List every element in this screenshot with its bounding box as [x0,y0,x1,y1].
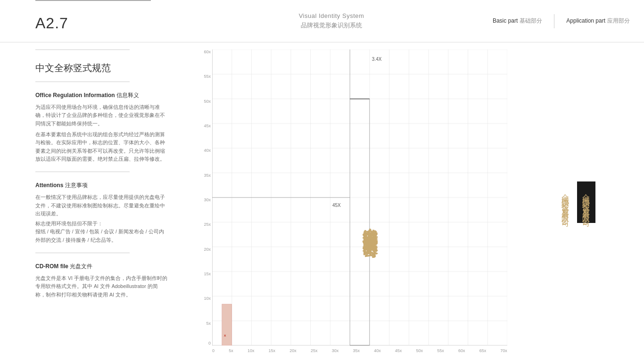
header-left: A2.7 [0,10,198,32]
section2-para1: 在一般情况下使用品牌标志，应尽量使用提供的光盘电子文件，不建议使用标准制图绘制标… [35,193,167,218]
preview-light: 金域国际投资发展有限公司 [561,183,570,221]
divider-top [35,49,130,50]
section1-para2: 在基本要素组合系统中出现的组合形式均经过严格的测算与检验。在实际应用中，标志的位… [35,131,167,163]
y-label-20: 20x [204,247,211,252]
y-label-5: 5x [206,321,211,326]
y-label-15: 15x [204,272,211,276]
nav-divider [554,14,554,28]
x-label-15: 15x [269,348,276,353]
annotation-width: 45X [332,203,341,208]
x-label-50: 50x [416,348,423,353]
divider-3 [35,253,130,253]
x-label-5: 5x [229,348,233,353]
main-title: 中文全称竖式规范 [35,62,167,74]
x-label-45: 45x [395,348,402,353]
header-right: Basic part基础部分 Application part应用部分 [465,14,644,28]
vis-title-cn: 品牌视觉形象识别系统 [301,21,362,30]
y-label-10: 10x [204,296,211,301]
svg-text:x: x [224,333,226,337]
main-grid-area: x 60x 55x 50x 45x 40x 35x 30x 25x 20x 15… [196,42,512,362]
header: A2.7 Visual Identity System 品牌视觉形象识别系统 B… [0,0,644,42]
nav-basic: Basic part基础部分 [493,17,542,25]
right-panel: 金域国际投资发展有限公司 金域国际投资发展有限公司 [512,42,644,362]
x-label-70: 70x [500,348,507,353]
y-label-50: 50x [204,99,211,104]
y-label-25: 25x [204,222,211,227]
section2-para3: 报纸 / 电视广告 / 宣传 / 包装 / 会议 / 新闻发布会 / 公司内外部… [35,228,167,244]
page-number: A2.7 [35,15,198,32]
y-label-60: 60x [204,49,211,54]
x-label-35: 35x [353,348,360,353]
preview-dark-box: 金域国际投资发展有限公司 [577,181,595,223]
x-label-30: 30x [332,348,339,353]
y-label-0: 0 [208,341,211,346]
left-panel: 中文全称竖式规范 Office Regulation Information 信… [35,42,167,362]
preview-dark-text: 金域国际投资发展有限公司 [582,188,591,216]
section1-title: Office Regulation Information 信息释义 [35,91,167,99]
y-label-35: 35x [204,173,211,178]
x-axis: 0 5x 10x 15x 20x 25x 30x 35x 40x 45x 50x… [212,346,507,362]
x-label-10: 10x [248,348,255,353]
divider-2 [35,172,130,172]
section2-para2: 标志使用环境包括但不限于： [35,220,167,228]
divider-1 [35,82,130,82]
y-axis: 60x 55x 50x 45x 40x 35x 30x 25x 20x 15x … [196,49,212,346]
x-label-20: 20x [289,348,297,353]
y-label-40: 40x [204,148,211,153]
header-center: Visual Identity System 品牌视觉形象识别系统 [198,12,465,30]
y-label-30: 30x [204,197,211,202]
section2-title: Attentions 注意事项 [35,181,167,189]
annotation-height: 3.4X [372,57,382,62]
svg-rect-29 [222,304,232,346]
x-label-40: 40x [374,348,381,353]
vis-title-en: Visual Identity System [299,12,364,19]
x-label-25: 25x [311,348,318,353]
x-label-0: 0 [212,348,215,353]
x-label-60: 60x [458,348,465,353]
section3-title: CD-ROM file 光盘文件 [35,263,167,271]
section1-para1: 为适应不同使用场合与环境，确保信息传达的清晰与准确，特设计了企业品牌的多种组合，… [35,103,167,128]
x-label-55: 55x [437,348,444,353]
x-label-65: 65x [479,348,487,353]
nav-application: Application part应用部分 [566,17,630,25]
section3-para1: 光盘文件是本 VI 手册电子文件的集合，内含手册制作时的专用软件格式文件。其中 … [35,274,167,299]
y-label-55: 55x [204,74,211,79]
grid-vertical-text: 金域国际投资发展有限公司 [360,103,381,346]
y-label-45: 45x [204,123,211,128]
